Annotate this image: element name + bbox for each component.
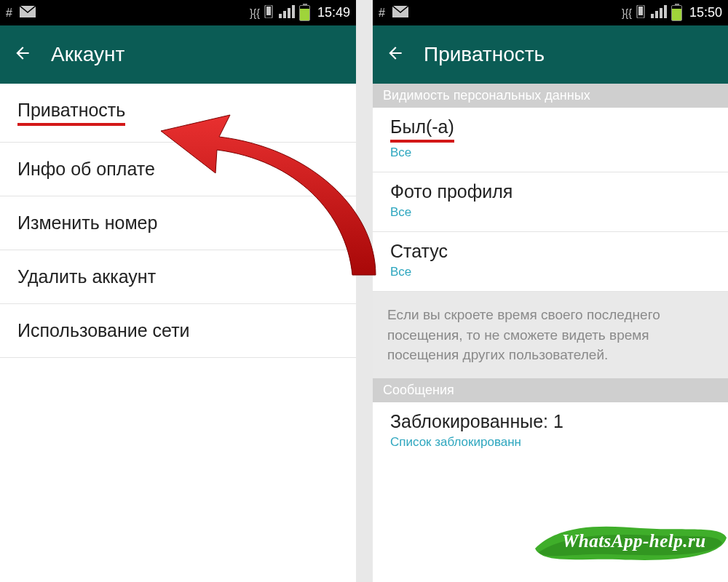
row-blocked[interactable]: Заблокированные: 1 Список заблокированн (373, 402, 728, 461)
svg-rect-5 (638, 7, 643, 15)
row-profile-photo[interactable]: Фото профиля Все (373, 172, 728, 232)
screen-privacy: # }{{ 15:50 Приватность Видимость персон… (373, 0, 728, 582)
section-messages: Сообщения (373, 378, 728, 402)
row-last-seen[interactable]: Был(-а) Все (373, 108, 728, 172)
row-blocked-label: Заблокированные: 1 (390, 411, 711, 432)
row-last-seen-label: Был(-а) (390, 116, 454, 143)
section-visibility: Видимость персональных данных (373, 84, 728, 108)
signal-icon (649, 5, 667, 21)
status-bar: # }{{ 15:49 (0, 0, 356, 25)
battery-icon (299, 5, 310, 21)
svg-rect-2 (266, 7, 271, 15)
item-delete-account[interactable]: Удалить аккаунт (0, 250, 356, 304)
item-payment-info[interactable]: Инфо об оплате (0, 143, 356, 196)
status-time: 15:50 (689, 5, 722, 20)
signal-icon (277, 5, 295, 21)
row-status[interactable]: Статус Все (373, 232, 728, 292)
row-status-value: Все (390, 265, 711, 279)
mail-icon (20, 6, 36, 20)
mail-icon (392, 6, 408, 20)
screen-account: # }{{ 15:49 Аккаунт Приватность Инфо об … (0, 0, 356, 582)
item-privacy[interactable]: Приватность (0, 84, 356, 143)
item-privacy-label: Приватность (17, 100, 125, 126)
status-bar: # }{{ 15:50 (373, 0, 728, 25)
vibrate-icon: }{{ (250, 7, 260, 19)
row-last-seen-value: Все (390, 146, 711, 160)
item-network-usage[interactable]: Использование сети (0, 304, 356, 358)
watermark-text: WhatsApp-help.ru (562, 531, 706, 551)
row-status-label: Статус (390, 241, 711, 262)
back-icon[interactable] (13, 44, 32, 65)
row-profile-photo-value: Все (390, 205, 711, 220)
status-time: 15:49 (317, 5, 350, 20)
page-title: Приватность (424, 43, 545, 66)
hash-icon: # (379, 7, 385, 20)
row-blocked-value: Список заблокированн (390, 435, 711, 450)
vibrate-icon: }{{ (622, 7, 632, 19)
appbar: Аккаунт (0, 25, 356, 84)
back-icon[interactable] (386, 44, 405, 65)
item-change-number[interactable]: Изменить номер (0, 196, 356, 250)
data-icon (636, 5, 645, 21)
privacy-info-text: Если вы скроете время своего последнего … (373, 292, 728, 378)
battery-icon (671, 5, 682, 21)
appbar: Приватность (373, 25, 728, 84)
page-title: Аккаунт (51, 43, 124, 66)
hash-icon: # (6, 7, 12, 20)
data-icon (264, 5, 273, 21)
row-profile-photo-label: Фото профиля (390, 181, 711, 202)
watermark: WhatsApp-help.ru (531, 519, 728, 566)
